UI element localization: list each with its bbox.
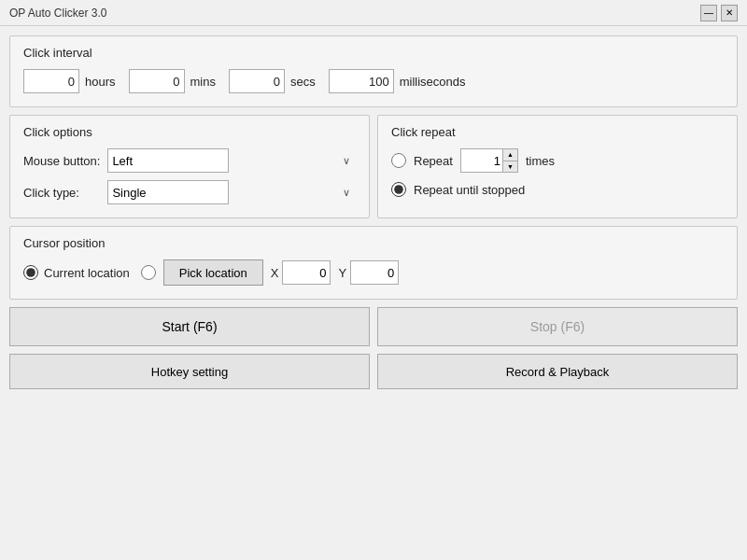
click-interval-panel: Click interval hours mins secs milliseco… — [9, 35, 738, 107]
click-repeat-title: Click repeat — [391, 125, 724, 139]
ms-label: milliseconds — [400, 75, 466, 89]
cursor-position-title: Cursor position — [23, 236, 724, 250]
repeat-until-stopped-label: Repeat until stopped — [414, 183, 525, 197]
current-location-radio[interactable] — [23, 265, 38, 280]
repeat-label: Repeat — [414, 154, 453, 168]
times-label: times — [526, 154, 555, 168]
record-button[interactable]: Record & Playback — [377, 354, 738, 389]
click-type-label: Click type: — [23, 186, 100, 200]
click-type-select[interactable]: Single Double — [107, 180, 229, 204]
hotkey-button[interactable]: Hotkey setting — [9, 354, 370, 389]
x-input[interactable] — [282, 260, 331, 285]
current-location-label: Current location — [44, 266, 130, 280]
pick-location-button[interactable]: Pick location — [163, 259, 263, 286]
mins-label: mins — [190, 75, 216, 89]
click-options-panel: Click options Mouse button: Left Middle … — [9, 115, 370, 218]
minimize-button[interactable]: — — [700, 5, 717, 21]
click-repeat-panel: Click repeat Repeat ▲ ▼ times — [377, 115, 738, 218]
y-label: Y — [338, 266, 346, 280]
ms-input[interactable] — [329, 69, 394, 93]
y-input[interactable] — [350, 260, 399, 285]
repeat-count-input[interactable] — [461, 149, 502, 172]
secs-label: secs — [290, 75, 316, 89]
mins-input[interactable] — [129, 69, 185, 93]
hours-input[interactable] — [23, 69, 79, 93]
click-options-title: Click options — [23, 125, 356, 139]
repeat-radio[interactable] — [391, 153, 406, 168]
spin-up-button[interactable]: ▲ — [503, 149, 517, 161]
mouse-button-select[interactable]: Left Middle Right — [107, 148, 229, 173]
repeat-until-stopped-radio[interactable] — [391, 182, 406, 197]
title-bar-title: OP Auto Clicker 3.0 — [9, 7, 700, 20]
click-interval-title: Click interval — [23, 46, 724, 60]
spin-down-button[interactable]: ▼ — [503, 161, 517, 173]
title-bar: OP Auto Clicker 3.0 — ✕ — [0, 0, 747, 26]
x-label: X — [271, 266, 279, 280]
pick-location-radio[interactable] — [141, 265, 156, 280]
secs-input[interactable] — [229, 69, 285, 93]
cursor-position-panel: Cursor position Current location Pick lo… — [9, 226, 738, 300]
start-button[interactable]: Start (F6) — [9, 307, 370, 346]
stop-button[interactable]: Stop (F6) — [377, 307, 738, 346]
close-button[interactable]: ✕ — [721, 5, 738, 21]
hours-label: hours — [85, 75, 116, 89]
mouse-button-label: Mouse button: — [23, 154, 100, 168]
